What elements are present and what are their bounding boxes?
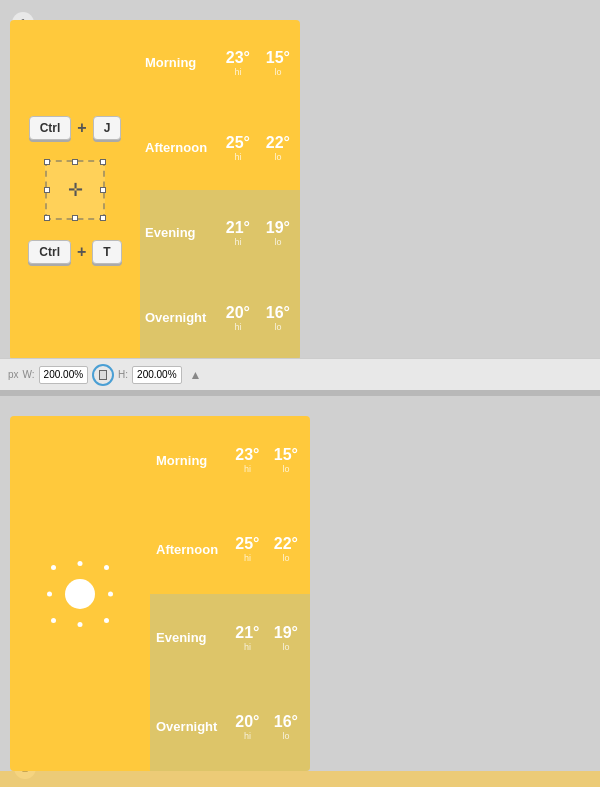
editor-weather-rows: Morning 23° hi 15° lo Afternoon 25° hi 2… xyxy=(140,20,300,360)
final-row-morning: Morning 23° hi 15° lo xyxy=(150,416,310,505)
handle-mr[interactable] xyxy=(100,187,106,193)
afternoon-lo: 22° lo xyxy=(266,134,290,162)
afternoon-label: Afternoon xyxy=(145,140,210,155)
final-overnight-lo: 16° lo xyxy=(274,713,298,741)
overnight-label: Overnight xyxy=(145,310,210,325)
evening-lo: 19° lo xyxy=(266,219,290,247)
final-morning-label: Morning xyxy=(156,453,221,468)
editor-widget-left: Ctrl + J ✛ Ctrl + T xyxy=(10,20,140,360)
sun-ray-bottom xyxy=(78,622,83,627)
toolbar-px-label: px xyxy=(8,369,19,380)
ctrl-key-2: Ctrl xyxy=(28,240,71,264)
toolbar-w-label: W: xyxy=(23,369,35,380)
weather-row-morning: Morning 23° hi 15° lo xyxy=(140,20,300,105)
t-key: T xyxy=(92,240,121,264)
final-weather-rows: Morning 23° hi 15° lo Afternoon 25° hi 2… xyxy=(150,416,310,771)
handle-tl[interactable] xyxy=(44,159,50,165)
handle-br[interactable] xyxy=(100,215,106,221)
afternoon-hi: 25° hi xyxy=(226,134,250,162)
final-evening-hi: 21° hi xyxy=(235,624,259,652)
move-cursor-icon: ✛ xyxy=(68,179,83,201)
evening-hi: 21° hi xyxy=(226,219,250,247)
plus-1: + xyxy=(77,119,86,137)
overnight-hi: 20° hi xyxy=(226,304,250,332)
toolbar-settings-icon: ▲ xyxy=(190,368,202,382)
editor-toolbar: px W: 200.00% H: 200.00% ▲ xyxy=(0,358,600,390)
sun-ray-tr xyxy=(104,565,109,570)
handle-tm[interactable] xyxy=(72,159,78,165)
chain-link-button[interactable] xyxy=(92,364,114,386)
final-overnight-hi: 20° hi xyxy=(235,713,259,741)
final-afternoon-lo: 22° lo xyxy=(274,535,298,563)
weather-row-overnight: Overnight 20° hi 16° lo xyxy=(140,275,300,360)
weather-row-afternoon: Afternoon 25° hi 22° lo xyxy=(140,105,300,190)
toolbar-h-input[interactable]: 200.00% xyxy=(132,366,181,384)
widget-final-left xyxy=(10,416,150,771)
handle-bl[interactable] xyxy=(44,215,50,221)
sun-ray-top xyxy=(78,561,83,566)
handle-ml[interactable] xyxy=(44,187,50,193)
overnight-lo: 16° lo xyxy=(266,304,290,332)
final-afternoon-hi: 25° hi xyxy=(235,535,259,563)
weather-row-evening: Evening 21° hi 19° lo xyxy=(140,190,300,275)
editor-area: 1 Ctrl + J ✛ xyxy=(0,0,600,390)
widget-preview-editor: Ctrl + J ✛ Ctrl + T xyxy=(10,20,300,360)
handle-bm[interactable] xyxy=(72,215,78,221)
widget-display-area: 2 Morning 23° hi xyxy=(0,396,600,787)
sun-ray-tl xyxy=(51,565,56,570)
final-morning-hi: 23° hi xyxy=(235,446,259,474)
final-evening-lo: 19° lo xyxy=(274,624,298,652)
widget-final: Morning 23° hi 15° lo Afternoon 25° hi 2… xyxy=(10,416,310,771)
sun-ray-left xyxy=(47,591,52,596)
sun-circle xyxy=(65,579,95,609)
sun-ray-br xyxy=(104,618,109,623)
toolbar-w-input[interactable]: 200.00% xyxy=(39,366,88,384)
bottom-strip xyxy=(0,771,600,787)
final-row-afternoon: Afternoon 25° hi 22° lo xyxy=(150,505,310,594)
j-key: J xyxy=(93,116,122,140)
final-row-overnight: Overnight 20° hi 16° lo xyxy=(150,682,310,771)
move-icon-box[interactable]: ✛ xyxy=(45,160,105,220)
shortcut-ctrl-j: Ctrl + J xyxy=(29,116,122,140)
morning-lo: 15° lo xyxy=(266,49,290,77)
plus-2: + xyxy=(77,243,86,261)
sun-icon xyxy=(45,559,115,629)
final-overnight-label: Overnight xyxy=(156,719,221,734)
final-row-evening: Evening 21° hi 19° lo xyxy=(150,594,310,683)
final-evening-label: Evening xyxy=(156,630,221,645)
final-afternoon-label: Afternoon xyxy=(156,542,221,557)
ctrl-key-1: Ctrl xyxy=(29,116,72,140)
sun-ray-bl xyxy=(51,618,56,623)
shortcut-ctrl-t: Ctrl + T xyxy=(28,240,121,264)
morning-label: Morning xyxy=(145,55,210,70)
final-morning-lo: 15° lo xyxy=(274,446,298,474)
evening-label: Evening xyxy=(145,225,210,240)
handle-tr[interactable] xyxy=(100,159,106,165)
sun-ray-right xyxy=(108,591,113,596)
toolbar-h-label: H: xyxy=(118,369,128,380)
morning-hi: 23° hi xyxy=(226,49,250,77)
link-icon xyxy=(99,370,107,380)
